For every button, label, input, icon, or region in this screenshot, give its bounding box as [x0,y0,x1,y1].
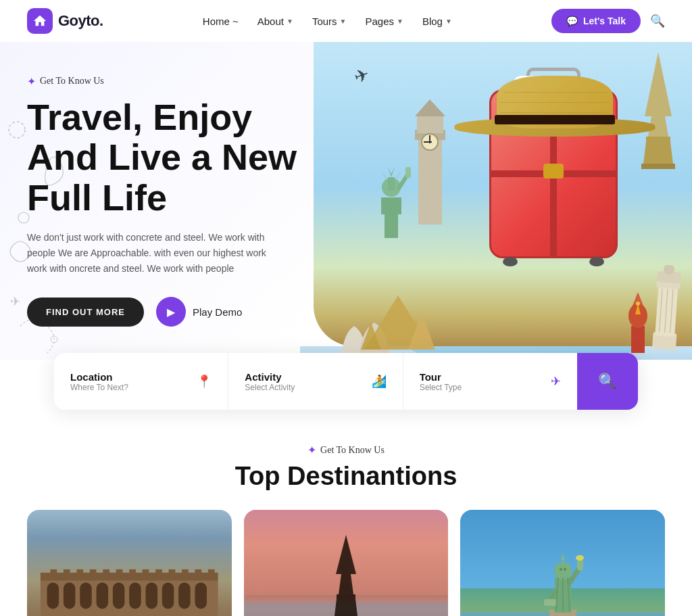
nav-item-about[interactable]: About ▼ [257,16,293,27]
navbar: Goyto. Home ~ About ▼ Tours ▼ Pages ▼ [0,0,692,42]
activity-label: Activity [245,371,295,383]
nav-item-blog[interactable]: Blog ▼ [422,16,452,27]
logo-text: Goyto. [58,12,103,30]
nav-item-home[interactable]: Home ~ [203,16,239,27]
chevron-down-icon: ▼ [340,18,347,25]
svg-point-75 [554,562,572,579]
nav-link-blog[interactable]: Blog ▼ [422,16,452,27]
svg-rect-45 [64,582,76,609]
svg-rect-59 [103,569,109,576]
activity-icon: 🏄 [372,374,387,389]
svg-rect-50 [146,582,158,609]
svg-rect-53 [195,582,207,609]
find-out-more-button[interactable]: FIND OUT MORE [27,298,144,327]
svg-point-81 [576,555,584,561]
svg-rect-8 [385,211,398,238]
svg-rect-48 [113,582,125,609]
play-icon: ▶ [156,297,186,327]
destinations-grid [27,510,665,616]
colosseum-svg [37,558,221,616]
svg-rect-62 [143,569,149,576]
svg-point-39 [636,302,640,306]
hero-actions: FIND OUT MORE ▶ Play Demo [27,297,297,327]
star-icon: ✦ [307,444,316,456]
location-label: Location [70,371,128,383]
hero-section: ✈ ✦ Get To Know Us Travel, Enjoy And Liv… [0,42,692,360]
hat-illustration [464,69,646,137]
svg-rect-65 [182,569,189,576]
svg-rect-9 [381,197,401,214]
hero-tag: ✦ Get To Know Us [27,75,297,88]
svg-rect-67 [208,569,215,576]
pyramids-icon [357,292,439,353]
svg-point-77 [560,568,562,571]
nav-link-pages[interactable]: Pages ▼ [365,16,403,27]
svg-marker-20 [415,99,445,116]
svg-rect-23 [424,141,432,143]
liberty-svg [536,523,590,616]
search-icon[interactable]: 🔍 [650,14,665,28]
nav-item-tours[interactable]: Tours ▼ [312,16,347,27]
svg-rect-16 [405,167,411,178]
nav-link-tours[interactable]: Tours ▼ [312,16,347,27]
tour-label: Tour [420,371,462,383]
pisa-tower-icon [649,264,685,354]
svg-marker-13 [381,170,387,179]
svg-rect-60 [116,569,123,576]
hero-illustration: ✈ [300,42,692,360]
svg-marker-76 [560,552,566,562]
search-container: Location Where To Next? 📍 Activity Selec… [27,353,665,410]
nav-links: Home ~ About ▼ Tours ▼ Pages ▼ Blog ▼ [203,16,452,27]
svg-rect-66 [195,569,202,576]
destinations-section: ✦ Get To Know Us Top Destinantions [0,410,692,616]
svg-rect-47 [97,582,109,609]
search-button[interactable]: 🔍 [577,353,638,410]
lets-talk-button[interactable]: 💬 Let's Talk [551,9,641,33]
search-button-icon: 🔍 [598,373,616,390]
location-field[interactable]: Location Where To Next? 📍 [54,353,228,410]
svg-rect-46 [80,582,92,609]
destination-card-rome[interactable] [27,510,232,616]
destinations-tag: ✦ Get To Know Us [27,444,665,456]
logo-icon [27,8,53,34]
destination-card-paris[interactable] [244,510,449,616]
chevron-down-icon: ▼ [445,18,452,25]
svg-rect-57 [76,569,83,576]
svg-marker-70 [334,599,358,616]
svg-rect-51 [162,582,174,609]
nav-actions: 💬 Let's Talk 🔍 [551,9,665,33]
svg-rect-56 [64,569,70,576]
destination-card-newyork[interactable] [460,510,665,616]
tour-sub: Select Type [420,383,462,392]
search-bar: Location Where To Next? 📍 Activity Selec… [54,353,638,410]
svg-rect-52 [178,582,191,609]
nav-link-home[interactable]: Home ~ [203,16,239,27]
activity-sub: Select Activity [245,383,295,392]
svg-marker-12 [388,167,395,177]
svg-marker-68 [336,535,356,594]
hero-content: ✦ Get To Know Us Travel, Enjoy And Live … [27,75,297,327]
big-ben-icon [412,96,449,231]
destinations-title: Top Destinantions [27,462,665,491]
nav-item-pages[interactable]: Pages ▼ [365,16,403,27]
svg-rect-55 [51,569,57,576]
hero-title: Travel, Enjoy And Live a New Full Life [27,97,297,218]
chevron-down-icon: ▼ [397,18,403,25]
nav-link-about[interactable]: About ▼ [257,16,293,27]
chevron-down-icon: ▼ [287,18,293,25]
activity-field[interactable]: Activity Select Activity 🏄 [228,353,403,410]
svg-rect-69 [337,594,355,599]
play-demo-button[interactable]: ▶ Play Demo [156,297,242,327]
chat-icon: 💬 [566,16,578,26]
logo[interactable]: Goyto. [27,8,103,34]
statue-of-liberty-icon [368,110,415,245]
eiffel-svg [329,534,363,616]
svg-marker-6 [643,142,673,164]
svg-rect-19 [417,116,443,133]
svg-text:✈: ✈ [10,295,20,308]
svg-rect-11 [388,177,395,191]
svg-rect-63 [155,569,162,576]
star-icon: ✦ [27,75,36,88]
svg-rect-64 [169,569,176,576]
tour-field[interactable]: Tour Select Type ✈ [403,353,577,410]
